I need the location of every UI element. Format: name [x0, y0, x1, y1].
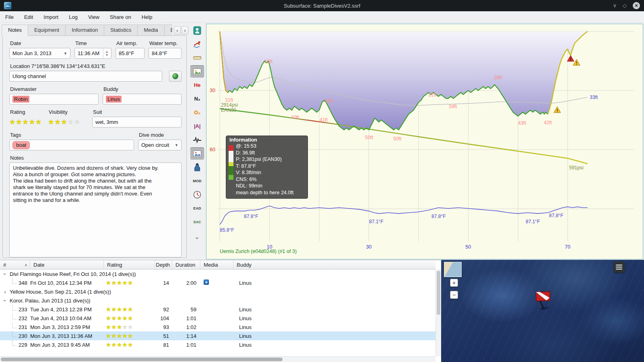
tab-equipment[interactable]: Equipment — [28, 25, 66, 36]
air-temp-field[interactable]: 85.8°F — [116, 48, 144, 59]
tissues-toggle[interactable] — [190, 161, 204, 173]
dive-row[interactable]: 231Mon Jun 3, 2013 2:59 PM★★★★★931:02Lin… — [0, 323, 436, 331]
shade-window-button[interactable]: ∨ — [613, 0, 617, 11]
map-menu-button[interactable] — [613, 261, 625, 273]
rating-stars[interactable]: ★★★★★ — [9, 117, 44, 128]
tree-branch — [12, 323, 17, 328]
dive-list-body: ›Divi Flamingo House Reef, Fri Oct 10, 2… — [0, 269, 436, 356]
dive-site-map[interactable]: + − — [441, 260, 644, 362]
svg-text:30: 30 — [366, 244, 372, 250]
helium-graph-toggle[interactable]: He — [190, 79, 204, 91]
expander-icon[interactable]: › — [2, 272, 8, 277]
column-header-media[interactable]: Media — [200, 260, 233, 269]
heartrate-toggle[interactable] — [190, 134, 204, 146]
chart-label: 87.1°F — [369, 219, 383, 224]
swimmer-icon[interactable] — [190, 38, 204, 50]
ead-toggle[interactable]: EAD — [190, 202, 204, 214]
spin-arrows-icon[interactable]: ▲▼ — [103, 48, 108, 58]
notes-textarea[interactable]: Unbelievable dive. Dozens and dozens of … — [9, 162, 182, 257]
title-bar[interactable]: Subsurface: SampleDivesV2.ssrf ∨ ◇ × — [0, 0, 644, 11]
sac-toggle[interactable]: SAC — [190, 216, 204, 228]
deco-time-toggle[interactable] — [190, 188, 204, 201]
ruler-icon[interactable] — [190, 51, 204, 64]
star-icon: ★ — [117, 333, 122, 339]
chart-label: EAN30 — [221, 107, 236, 113]
tab-scroll-right-button[interactable]: › — [182, 26, 188, 35]
nitrogen-graph-toggle[interactable]: N₂ — [190, 93, 204, 105]
dive-row[interactable]: 348Fri Oct 10, 2014 12:34 PM★★★★★142:00L… — [0, 278, 436, 287]
mod-toggle[interactable]: MOD — [190, 175, 204, 187]
star-icon: ★ — [111, 280, 117, 286]
trip-row[interactable]: ›Divi Flamingo House Reef, Fri Oct 10, 2… — [0, 269, 436, 278]
ceiling-toggle[interactable]: |A| — [190, 120, 204, 132]
expander-icon[interactable]: › — [2, 298, 8, 303]
column-header-number[interactable]: #∧ — [0, 260, 30, 269]
water-temp-field[interactable]: 84.8°F — [149, 48, 182, 59]
rating-label: Rating — [10, 109, 44, 115]
tab-statistics[interactable]: Statistics — [104, 25, 138, 36]
trip-row[interactable]: ›Yellow House, Sun Sep 21, 2014 (1 dive(… — [0, 287, 436, 296]
star-icon: ★ — [111, 342, 117, 348]
location-input[interactable]: Ulong channel — [9, 71, 162, 82]
menu-edit[interactable]: Edit — [19, 11, 38, 23]
tab-scroll-left-button[interactable]: ‹ — [174, 26, 181, 35]
map-overview-inset[interactable] — [444, 262, 462, 277]
tag-chip[interactable]: boat — [12, 141, 30, 149]
star-icon: ★ — [117, 306, 122, 312]
dive-row[interactable]: 232Tue Jun 4, 2013 10:04 AM★★★★★1041:01L… — [0, 314, 436, 323]
buddy-input[interactable]: Linus — [103, 94, 182, 105]
dive-row[interactable]: 230Mon Jun 3, 2013 11:36 AM★★★★★511:14Li… — [0, 331, 436, 340]
scrollbar-thumb[interactable] — [1, 358, 283, 361]
tab-notes[interactable]: Notes — [2, 25, 28, 36]
tab-e[interactable]: E — [164, 25, 172, 36]
picture-scale-toggle[interactable] — [190, 65, 204, 78]
star-icon: ★ — [122, 342, 128, 348]
scrollbar-thumb[interactable] — [437, 271, 440, 315]
dive-duration: 59 — [172, 306, 200, 313]
divemaster-input[interactable]: Robin — [9, 94, 99, 105]
menu-help[interactable]: Help — [136, 11, 158, 23]
tags-input[interactable]: boat — [9, 140, 134, 150]
column-header-buddy[interactable]: Buddy — [233, 260, 436, 269]
collapse-profile-toolbar[interactable]: › — [190, 232, 204, 244]
time-spinbox[interactable]: 11:36 AM ▲▼ — [74, 48, 111, 59]
oxygen-graph-toggle[interactable]: O₂ — [190, 106, 204, 119]
menu-import[interactable]: Import — [38, 11, 64, 23]
visibility-stars[interactable]: ★★★★★ — [48, 117, 88, 128]
dive-profile-chart[interactable]: !!!103050703060 Information @: 15:53 D: … — [206, 24, 643, 259]
horizontal-scrollbar[interactable] — [0, 356, 436, 362]
map-zoom-out-button[interactable]: − — [450, 291, 458, 299]
column-header-rating[interactable]: Rating — [104, 260, 155, 269]
dive-mode-combobox[interactable]: Open circuit ▼ — [138, 140, 182, 150]
menu-share-on[interactable]: Share on — [105, 11, 136, 23]
menu-log[interactable]: Log — [64, 11, 83, 23]
close-window-button[interactable]: × — [633, 2, 640, 9]
maximize-window-button[interactable]: ◇ — [623, 0, 627, 11]
chart-label: 87.8°F — [549, 213, 563, 218]
date-combobox[interactable]: Mon Jun 3, 2013 ▼ — [9, 48, 70, 59]
map-zoom-in-button[interactable]: + — [450, 279, 458, 287]
tab-information[interactable]: Information — [65, 25, 104, 36]
tooltip-legend-strip — [229, 145, 233, 180]
dive-row[interactable]: 229Mon Jun 3, 2013 9:45 AM★★★★★811:01Lin… — [0, 340, 436, 349]
vertical-scrollbar[interactable] — [436, 269, 441, 356]
photos-toggle[interactable] — [190, 147, 204, 160]
column-header-date[interactable]: Date — [30, 260, 104, 269]
chevron-down-icon: ▼ — [62, 51, 67, 56]
menu-file[interactable]: File — [0, 11, 19, 23]
tab-media[interactable]: Media — [137, 25, 164, 36]
dive-row[interactable]: 233Tue Jun 4, 2013 12:28 PM★★★★★9259Linu… — [0, 305, 436, 314]
star-icon: ★ — [106, 280, 111, 286]
dive-list-header[interactable]: #∧ Date Rating Depth Duration Media Budd… — [0, 260, 436, 269]
column-header-duration[interactable]: Duration — [172, 260, 200, 269]
suit-input[interactable]: wet, 3mm — [92, 117, 182, 128]
trip-row[interactable]: ›Koror, Palau, Jun 2013 (11 dive(s)) — [0, 296, 436, 305]
dive-flag-marker[interactable] — [530, 286, 559, 314]
column-header-depth[interactable]: Depth — [155, 260, 172, 269]
chart-label: 2914psi — [221, 102, 238, 108]
expander-icon[interactable]: › — [2, 289, 8, 295]
dive-computer-icon[interactable] — [190, 24, 204, 37]
menu-view[interactable]: View — [83, 11, 105, 23]
dive-buddy: Linus — [233, 342, 436, 348]
globe-button[interactable] — [169, 71, 182, 82]
